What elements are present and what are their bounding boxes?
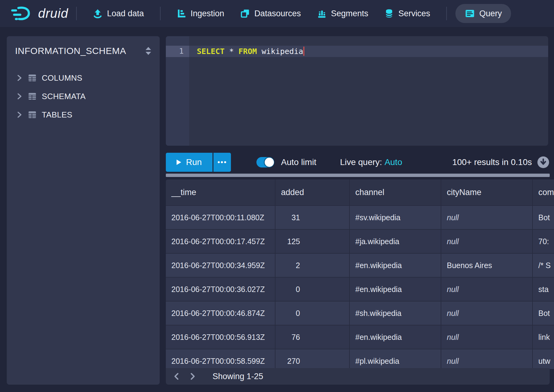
- double-caret-icon: [144, 45, 152, 56]
- schema-sidebar-header: INFORMATION_SCHEMA: [7, 36, 160, 56]
- cell-cityname: Buenos Aires: [441, 253, 533, 277]
- auto-limit-toggle[interactable]: [256, 157, 274, 167]
- cell-channel: #ja.wikipedia: [350, 229, 441, 253]
- cell-added: 76: [275, 325, 350, 349]
- results-table-inner: __time added channel cityName comment 20…: [166, 179, 554, 369]
- sidebar-item-columns[interactable]: COLUMNS: [7, 69, 160, 87]
- nav-item-services[interactable]: Services: [377, 4, 438, 23]
- line-number: 1: [166, 47, 184, 56]
- column-header-added[interactable]: added: [275, 179, 350, 205]
- cell-channel: #sh.wikipedia: [350, 301, 441, 325]
- druid-logo-icon: [11, 5, 34, 22]
- table-row: 2016-06-27T00:00:11.080Z 31 #sv.wikipedi…: [166, 205, 554, 229]
- nav-item-label: Services: [398, 9, 430, 18]
- cell-cityname: null: [441, 277, 533, 301]
- cell-added: 0: [275, 277, 350, 301]
- cell-time: 2016-06-27T00:00:11.080Z: [166, 205, 275, 229]
- column-header-cityname[interactable]: cityName: [441, 179, 533, 205]
- nav-item-label: Query: [479, 9, 502, 18]
- navbar-divider: [160, 7, 161, 20]
- cell-comment: sta: [533, 277, 554, 301]
- cell-comment: utw: [533, 349, 554, 369]
- nav-item-ingestion[interactable]: Ingestion: [169, 4, 232, 23]
- results-summary: 100+ results in 0.10s: [452, 157, 532, 167]
- nav-item-query[interactable]: Query: [455, 4, 511, 23]
- cell-time: 2016-06-27T00:00:34.959Z: [166, 253, 275, 277]
- results-body: 2016-06-27T00:00:11.080Z 31 #sv.wikipedi…: [166, 205, 554, 369]
- cell-cityname: null: [441, 349, 533, 369]
- sql-token: *: [224, 47, 238, 56]
- navbar-divider: [446, 7, 447, 20]
- cell-time: 2016-06-27T00:00:58.599Z: [166, 349, 275, 369]
- druid-logo[interactable]: druid: [11, 5, 68, 22]
- cell-time: 2016-06-27T00:00:56.913Z: [166, 325, 275, 349]
- navbar-divider: [76, 7, 77, 20]
- column-header-channel[interactable]: channel: [350, 179, 441, 205]
- cell-time: 2016-06-27T00:00:36.027Z: [166, 277, 275, 301]
- table-icon: [28, 92, 37, 101]
- schema-title: INFORMATION_SCHEMA: [15, 46, 126, 56]
- cell-time: 2016-06-27T00:00:17.457Z: [166, 229, 275, 253]
- ingestion-icon: [177, 9, 186, 18]
- segments-icon: [317, 9, 327, 18]
- navbar: druid Load data Ingestion Dat: [0, 0, 554, 27]
- datasources-icon: [240, 9, 250, 18]
- download-icon: [537, 156, 550, 169]
- sql-token: wikipedia: [257, 47, 303, 56]
- schema-tree: COLUMNS SCHEMATA TABLES: [7, 69, 160, 124]
- load-data-icon: [93, 9, 103, 18]
- nav-item-label: Ingestion: [191, 9, 224, 18]
- next-page-button[interactable]: [187, 371, 198, 382]
- live-query-value[interactable]: Auto: [384, 157, 402, 167]
- table-row: 2016-06-27T00:00:36.027Z 0 #en.wikipedia…: [166, 277, 554, 301]
- nav-item-datasources[interactable]: Datasources: [233, 4, 308, 23]
- live-query: Live query:Auto: [340, 157, 402, 167]
- table-row: 2016-06-27T00:00:56.913Z 76 #en.wikipedi…: [166, 325, 554, 349]
- cell-channel: #pl.wikipedia: [350, 349, 441, 369]
- cell-cityname: null: [441, 205, 533, 229]
- table-icon: [28, 73, 37, 83]
- brand-text: druid: [38, 6, 68, 21]
- sql-token: SELECT: [197, 47, 224, 56]
- cell-comment: link: [533, 325, 554, 349]
- text-cursor: [303, 47, 304, 56]
- query-icon: [465, 9, 475, 18]
- nav-item-label: Datasources: [254, 9, 301, 18]
- sql-editor[interactable]: 1 SELECT * FROM wikipedia: [166, 36, 548, 146]
- nav-item-load-data[interactable]: Load data: [85, 4, 151, 23]
- download-button[interactable]: [537, 156, 550, 169]
- schema-sidebar: INFORMATION_SCHEMA COLUMNS: [7, 36, 160, 385]
- run-split-button: Run •••: [166, 153, 231, 172]
- sidebar-item-label: TABLES: [42, 110, 72, 120]
- query-toolbar: Run ••• Auto limit Live query:Auto 100+ …: [166, 152, 550, 172]
- services-icon: [384, 9, 394, 18]
- run-button-label: Run: [186, 157, 202, 167]
- cell-comment: Bot: [533, 301, 554, 325]
- chevron-right-icon: [16, 93, 23, 100]
- column-header-comment[interactable]: comment: [533, 179, 554, 205]
- schema-expander-button[interactable]: [144, 45, 152, 56]
- nav-item-label: Load data: [107, 9, 144, 18]
- sidebar-item-schemata[interactable]: SCHEMATA: [7, 87, 160, 106]
- table-row: 2016-06-27T00:00:17.457Z 125 #ja.wikiped…: [166, 229, 554, 253]
- cell-channel: #en.wikipedia: [350, 253, 441, 277]
- cell-channel: #sv.wikipedia: [350, 205, 441, 229]
- column-header-time[interactable]: __time: [166, 179, 275, 205]
- live-query-label: Live query:: [340, 157, 382, 167]
- prev-page-button[interactable]: [171, 371, 182, 382]
- table-row: 2016-06-27T00:00:46.874Z 0 #sh.wikipedia…: [166, 301, 554, 325]
- table-row: 2016-06-27T00:00:58.599Z 270 #pl.wikiped…: [166, 349, 554, 369]
- chevron-right-icon: [16, 111, 23, 118]
- horizontal-scrollbar[interactable]: [166, 174, 550, 177]
- sql-code-line[interactable]: SELECT * FROM wikipedia: [197, 47, 304, 56]
- chevron-right-icon: [16, 74, 23, 82]
- sidebar-item-tables[interactable]: TABLES: [7, 106, 160, 124]
- auto-limit-label: Auto limit: [281, 157, 316, 167]
- run-more-button[interactable]: •••: [213, 153, 231, 172]
- cell-added: 0: [275, 301, 350, 325]
- run-button[interactable]: Run: [166, 153, 213, 172]
- nav-item-segments[interactable]: Segments: [310, 4, 376, 23]
- cell-cityname: null: [441, 301, 533, 325]
- table-icon: [28, 110, 37, 119]
- sql-token: FROM: [238, 47, 257, 56]
